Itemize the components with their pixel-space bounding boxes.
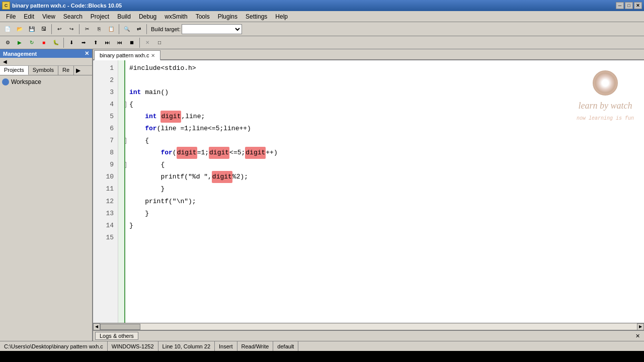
debug-btn[interactable]: 🐛 bbox=[50, 37, 61, 48]
prev-btn[interactable]: ⏮ bbox=[114, 37, 125, 48]
stop-btn[interactable]: ■ bbox=[38, 37, 49, 48]
app-icon: C bbox=[2, 2, 10, 10]
maximize-button[interactable]: □ bbox=[625, 2, 633, 9]
sep5 bbox=[63, 38, 64, 48]
nav-right-arrow[interactable]: ▶ bbox=[74, 66, 83, 75]
code-line-9: − { bbox=[129, 159, 640, 171]
step-out-btn[interactable]: ⬆ bbox=[90, 37, 101, 48]
find-button[interactable]: 🔍 bbox=[121, 24, 132, 35]
extra1-btn[interactable]: □ bbox=[154, 37, 165, 48]
editor-area: binary pattern wxh.c ✕ 1 2 3 4 5 6 7 8 9… bbox=[93, 49, 644, 341]
horizontal-scrollbar[interactable]: ◀ ▶ bbox=[93, 323, 644, 330]
mgmt-nav: ◀ bbox=[0, 58, 92, 66]
sep6 bbox=[139, 38, 140, 48]
next-btn[interactable]: ⏭ bbox=[102, 37, 113, 48]
fold-7[interactable]: − bbox=[125, 138, 126, 144]
window-controls: ─ □ ✕ bbox=[616, 2, 642, 9]
redo-button[interactable]: ↪ bbox=[66, 24, 77, 35]
left-panel: Management ✕ ◀ Projects Symbols Re ▶ Wor… bbox=[0, 49, 93, 341]
separator4 bbox=[146, 24, 147, 34]
fold-4[interactable]: − bbox=[125, 102, 126, 108]
code-line-13: } bbox=[129, 208, 640, 220]
menu-settings[interactable]: Settings bbox=[242, 12, 271, 21]
code-line-5: int digit,line; bbox=[129, 111, 640, 123]
tab-re[interactable]: Re bbox=[58, 66, 74, 75]
undo-button[interactable]: ↩ bbox=[54, 24, 65, 35]
stop2-btn[interactable]: ⏹ bbox=[126, 37, 137, 48]
scroll-thumb[interactable] bbox=[100, 324, 140, 330]
status-bar: C:\Users\o\Desktop\binary pattern wxh.c … bbox=[0, 341, 644, 351]
tab-close-icon[interactable]: ✕ bbox=[151, 53, 155, 58]
menu-edit[interactable]: Edit bbox=[20, 12, 38, 21]
code-line-11: } bbox=[129, 183, 640, 195]
scroll-track[interactable] bbox=[100, 324, 637, 330]
code-line-7: − { bbox=[129, 135, 640, 147]
log-area: Logs & others ✕ bbox=[93, 330, 644, 341]
menu-view[interactable]: View bbox=[38, 12, 59, 21]
management-close-icon[interactable]: ✕ bbox=[85, 50, 89, 57]
close-button[interactable]: ✕ bbox=[634, 2, 642, 9]
replace-button[interactable]: ⇄ bbox=[133, 24, 144, 35]
log-tab[interactable]: Logs & others bbox=[95, 332, 138, 340]
workspace-icon bbox=[2, 78, 9, 85]
scroll-left-arrow[interactable]: ◀ bbox=[93, 323, 100, 330]
copy-button[interactable]: ⎘ bbox=[94, 24, 105, 35]
code-editor[interactable]: 1 2 3 4 5 6 7 8 9 10 11 12 13 14 15 bbox=[93, 60, 644, 323]
menu-file[interactable]: File bbox=[2, 12, 20, 21]
status-default: default bbox=[273, 341, 298, 351]
status-encoding: WINDOWS-1252 bbox=[108, 341, 158, 351]
menu-build[interactable]: Build bbox=[113, 12, 135, 21]
code-line-3: int main() bbox=[129, 86, 640, 99]
line-numbers: 1 2 3 4 5 6 7 8 9 10 11 12 13 14 15 bbox=[93, 60, 118, 323]
mgmt-tabs: Projects Symbols Re ▶ bbox=[0, 66, 92, 75]
separator2 bbox=[79, 24, 79, 34]
status-rw: Read/Write bbox=[237, 341, 274, 351]
status-position: Line 10, Column 22 bbox=[158, 341, 215, 351]
status-mode: Insert bbox=[215, 341, 237, 351]
menu-wxsmith[interactable]: wxSmith bbox=[160, 12, 191, 21]
scroll-right-arrow[interactable]: ▶ bbox=[637, 323, 644, 330]
workspace-item[interactable]: Workspace bbox=[2, 77, 90, 86]
run-btn[interactable]: ▶ bbox=[14, 37, 25, 48]
code-line-6: for(line =1;line<=5;line++) bbox=[129, 123, 640, 135]
workspace-tree: Workspace bbox=[0, 75, 92, 341]
save-button[interactable]: 💾 bbox=[26, 24, 37, 35]
menu-debug[interactable]: Debug bbox=[135, 12, 160, 21]
code-line-8: for(digit=1;digit<=5;digit++) bbox=[129, 147, 640, 159]
management-title: Management bbox=[3, 51, 37, 57]
abort-btn[interactable]: ✕ bbox=[142, 37, 153, 48]
toolbar2: ⚙ ▶ ↻ ■ 🐛 ⬇ ➡ ⬆ ⏭ ⏮ ⏹ ✕ □ bbox=[0, 36, 644, 49]
status-path: C:\Users\o\Desktop\binary pattern wxh.c bbox=[0, 341, 108, 351]
step-over-btn[interactable]: ➡ bbox=[78, 37, 89, 48]
nav-left-arrow[interactable]: ◀ bbox=[1, 58, 9, 65]
open-file-button[interactable]: 📂 bbox=[14, 24, 25, 35]
tab-bar: binary pattern wxh.c ✕ bbox=[93, 49, 644, 60]
new-file-button[interactable]: 📄 bbox=[2, 24, 13, 35]
save-all-button[interactable]: 🖫 bbox=[38, 24, 49, 35]
menu-tools[interactable]: Tools bbox=[192, 12, 214, 21]
cut-button[interactable]: ✂ bbox=[82, 24, 93, 35]
management-header: Management ✕ bbox=[0, 49, 92, 58]
tab-projects[interactable]: Projects bbox=[0, 66, 29, 75]
step-in-btn[interactable]: ⬇ bbox=[66, 37, 77, 48]
build-target-select[interactable] bbox=[182, 24, 242, 34]
build-target-label: Build target: bbox=[151, 26, 181, 32]
editor-tab-main[interactable]: binary pattern wxh.c ✕ bbox=[94, 50, 160, 60]
fold-9[interactable]: − bbox=[125, 162, 126, 168]
code-content[interactable]: learn by watch now learning is fun #incl… bbox=[125, 60, 644, 323]
rebuild-btn[interactable]: ↻ bbox=[26, 37, 37, 48]
separator3 bbox=[119, 24, 119, 34]
paste-button[interactable]: 📋 bbox=[106, 24, 117, 35]
minimize-button[interactable]: ─ bbox=[616, 2, 624, 9]
code-line-1: #include<stdio.h> bbox=[129, 62, 640, 74]
menu-project[interactable]: Project bbox=[87, 12, 113, 21]
code-line-12: printf("\n"); bbox=[129, 196, 640, 208]
menu-help[interactable]: Help bbox=[271, 12, 292, 21]
menu-plugins[interactable]: Plugins bbox=[214, 12, 242, 21]
log-close-button[interactable]: ✕ bbox=[633, 333, 642, 339]
menu-search[interactable]: Search bbox=[59, 12, 87, 21]
settings-btn[interactable]: ⚙ bbox=[2, 37, 13, 48]
tab-symbols[interactable]: Symbols bbox=[29, 66, 58, 75]
left-margin bbox=[118, 60, 125, 323]
separator1 bbox=[51, 24, 52, 34]
